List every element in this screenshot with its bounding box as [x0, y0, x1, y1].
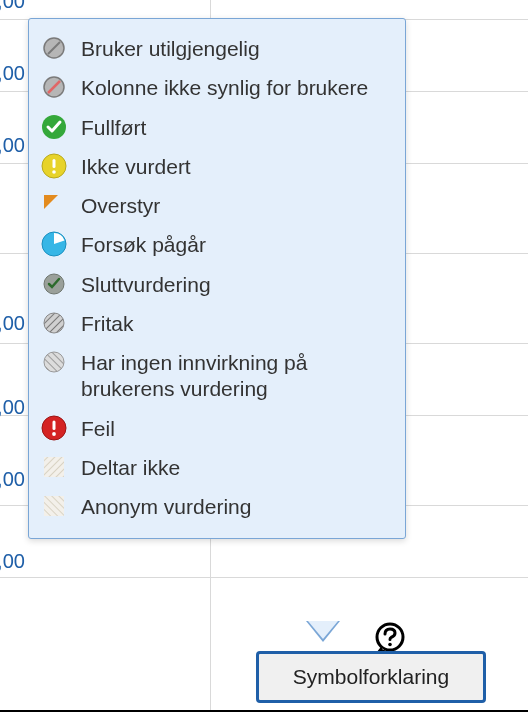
- legend-label: Sluttvurdering: [81, 271, 211, 298]
- not-participating-icon: [41, 454, 67, 480]
- legend-label: Feil: [81, 415, 115, 442]
- svg-point-27: [388, 643, 392, 647]
- legend-item-in-progress: Forsøk pågår: [41, 225, 393, 264]
- legend-toggle-button[interactable]: Symbolforklaring: [256, 651, 486, 703]
- legend-label: Deltar ikke: [81, 454, 180, 481]
- legend-tooltip: Bruker utilgjengelig Kolonne ikke synlig…: [28, 18, 406, 539]
- grid-value: 1,00: [0, 134, 25, 157]
- svg-rect-22: [44, 457, 64, 477]
- legend-label: Forsøk pågår: [81, 231, 206, 258]
- legend-label: Bruker utilgjengelig: [81, 35, 260, 62]
- hidden-icon: [41, 74, 67, 100]
- legend-item-final-grade: Sluttvurdering: [41, 265, 393, 304]
- grid-value: 1,00: [0, 550, 25, 573]
- no-impact-icon: [41, 349, 67, 375]
- legend-label: Anonym vurdering: [81, 493, 251, 520]
- svg-rect-6: [53, 159, 56, 168]
- needs-grading-icon: [41, 153, 67, 179]
- legend-item-column-hidden: Kolonne ikke synlig for brukere: [41, 68, 393, 107]
- completed-icon: [41, 114, 67, 140]
- legend-label: Ikke vurdert: [81, 153, 191, 180]
- legend-label: Fritak: [81, 310, 134, 337]
- legend-label: Har ingen innvirkning på brukerens vurde…: [81, 349, 393, 403]
- in-progress-icon: [41, 231, 67, 257]
- final-grade-icon: [41, 271, 67, 297]
- legend-item-override: Overstyr: [41, 186, 393, 225]
- grid-value: 0,00: [0, 0, 25, 13]
- grid-value: 1,00: [0, 312, 25, 335]
- svg-rect-25: [44, 496, 64, 516]
- svg-point-13: [44, 313, 64, 333]
- grid-value: 1,00: [0, 468, 25, 491]
- svg-point-19: [52, 432, 56, 436]
- grid-value: 1,00: [0, 62, 25, 85]
- legend-item-exempt: Fritak: [41, 304, 393, 343]
- svg-marker-8: [44, 195, 58, 209]
- legend-item-anonymous: Anonym vurdering: [41, 487, 393, 526]
- legend-label: Kolonne ikke synlig for brukere: [81, 74, 368, 101]
- svg-rect-18: [53, 420, 56, 430]
- legend-item-user-unavailable: Bruker utilgjengelig: [41, 29, 393, 68]
- legend-button-label: Symbolforklaring: [293, 665, 449, 689]
- error-icon: [41, 415, 67, 441]
- legend-label: Overstyr: [81, 192, 160, 219]
- override-icon: [41, 192, 67, 218]
- exempt-icon: [41, 310, 67, 336]
- legend-item-completed: Fullført: [41, 108, 393, 147]
- svg-point-16: [44, 352, 64, 372]
- svg-point-7: [52, 170, 56, 174]
- anonymous-icon: [41, 493, 67, 519]
- legend-item-error: Feil: [41, 409, 393, 448]
- legend-item-not-graded: Ikke vurdert: [41, 147, 393, 186]
- unavailable-icon: [41, 35, 67, 61]
- legend-label: Fullført: [81, 114, 146, 141]
- legend-item-no-impact: Har ingen innvirkning på brukerens vurde…: [41, 343, 393, 409]
- legend-item-not-participating: Deltar ikke: [41, 448, 393, 487]
